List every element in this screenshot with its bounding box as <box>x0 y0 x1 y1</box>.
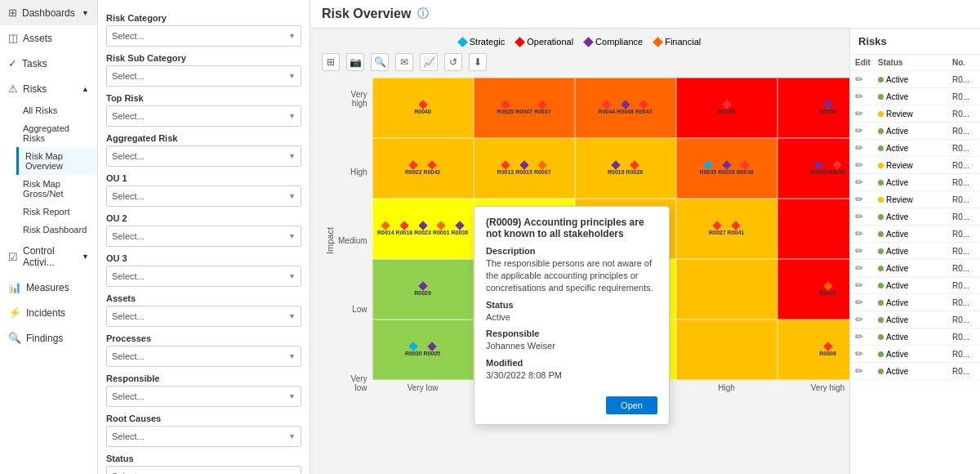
sidebar-item-risk-map-overview[interactable]: Risk Map Overview <box>16 147 97 175</box>
sidebar-item-dashboards[interactable]: ⊞ Dashboards ▼ <box>0 0 97 25</box>
risk-item[interactable]: R0005 <box>424 343 441 356</box>
risk-item[interactable]: R0008 <box>819 343 836 356</box>
toolbar-chart-btn[interactable]: 📈 <box>420 53 438 71</box>
toolbar-screenshot-btn[interactable]: 📷 <box>346 53 364 71</box>
edit-icon[interactable]: ✏ <box>855 279 875 291</box>
matrix-cell-r1-c2[interactable]: R0019R0028 <box>575 138 676 199</box>
toolbar-expand-btn[interactable]: ⊞ <box>322 53 340 71</box>
filter-select-root-causes[interactable]: Select...▼ <box>106 426 301 447</box>
sidebar-item-assets[interactable]: ◫ Assets <box>0 25 97 51</box>
risk-item[interactable]: R0049 <box>718 101 735 114</box>
sidebar-item-findings[interactable]: 🔍 Findings <box>0 325 97 351</box>
edit-icon[interactable]: ✏ <box>855 348 875 360</box>
matrix-cell-r1-c3[interactable]: R0035R0016R0038 <box>676 138 777 199</box>
edit-icon[interactable]: ✏ <box>855 262 875 274</box>
matrix-cell-r1-c0[interactable]: R0022R0042 <box>372 138 474 199</box>
filter-select-responsible[interactable]: Select...▼ <box>106 386 301 407</box>
risk-item[interactable]: R0037 <box>534 101 551 114</box>
edit-icon[interactable]: ✏ <box>855 125 875 136</box>
risk-item[interactable]: R0003 <box>819 283 836 296</box>
risk-item[interactable]: R0040 <box>414 101 431 114</box>
risk-row[interactable]: ✏ Review R0... <box>850 157 980 174</box>
risk-item[interactable]: R0029 <box>414 283 431 296</box>
risk-item[interactable]: R0013 <box>497 162 514 175</box>
matrix-cell-r0-c2[interactable]: R0044R0048R0043 <box>575 78 676 138</box>
toolbar-filter-btn[interactable]: ✉ <box>395 53 413 71</box>
sidebar-item-incidents[interactable]: ⚡ Incidents <box>0 300 97 325</box>
matrix-cell-r2-c0[interactable]: R0014R0018R0023R0001R0036 <box>372 199 474 259</box>
risk-row[interactable]: ✏ Active R0... <box>850 88 980 105</box>
matrix-cell-r1-c4[interactable]: R0045R0039 <box>777 138 849 199</box>
risk-item[interactable]: R0048 <box>617 101 634 114</box>
risk-item[interactable]: R0015 <box>515 162 532 175</box>
filter-select-status[interactable]: Select...▼ <box>106 466 301 474</box>
risk-item[interactable]: R0018 <box>396 222 413 235</box>
risk-row[interactable]: ✏ Active R0... <box>850 363 980 380</box>
risk-item[interactable]: R0025 <box>497 101 514 114</box>
edit-icon[interactable]: ✏ <box>855 142 875 154</box>
sidebar-item-risk-report[interactable]: Risk Report <box>16 203 97 221</box>
matrix-cell-r4-c0[interactable]: R0030R0005 <box>372 320 474 380</box>
sidebar-item-all-risks[interactable]: All Risks <box>16 101 97 119</box>
risk-row[interactable]: ✏ Active R0... <box>850 294 980 311</box>
risk-item[interactable]: R0035 <box>700 162 717 175</box>
filter-select-risk-category[interactable]: Select...▼ <box>106 25 301 47</box>
matrix-cell-r4-c3[interactable] <box>676 320 777 380</box>
sidebar-item-control-activities[interactable]: ☑ Control Activi... ▼ <box>0 239 97 275</box>
toolbar-download-btn[interactable]: ⬇ <box>469 53 487 71</box>
matrix-cell-r3-c0[interactable]: R0029 <box>372 259 474 320</box>
risk-row[interactable]: ✏ Review R0... <box>850 191 980 208</box>
filter-select-processes[interactable]: Select...▼ <box>106 346 301 367</box>
sidebar-item-tasks[interactable]: ✓ Tasks <box>0 51 97 76</box>
edit-icon[interactable]: ✏ <box>855 314 875 325</box>
edit-icon[interactable]: ✏ <box>855 91 875 102</box>
risk-row[interactable]: ✏ Active R0... <box>850 277 980 294</box>
matrix-cell-r4-c4[interactable]: R0008 <box>777 320 849 380</box>
risk-item[interactable]: R0050 <box>819 101 836 114</box>
risk-item[interactable]: R0016 <box>718 162 735 175</box>
risk-row[interactable]: ✏ Active R0... <box>850 71 980 88</box>
matrix-cell-r0-c1[interactable]: R0025R0047R0037 <box>474 78 575 138</box>
risk-item[interactable]: R0043 <box>635 101 653 114</box>
edit-icon[interactable]: ✏ <box>855 297 875 308</box>
filter-select-risk-sub-category[interactable]: Select...▼ <box>106 65 301 87</box>
edit-icon[interactable]: ✏ <box>855 194 875 205</box>
risk-item[interactable]: R0007 <box>534 162 551 175</box>
risk-row[interactable]: ✏ Review R0... <box>850 105 980 123</box>
sidebar-item-aggregated-risks[interactable]: Aggregated Risks <box>16 119 97 147</box>
edit-icon[interactable]: ✏ <box>855 159 875 171</box>
sidebar-item-measures[interactable]: 📊 Measures <box>0 275 97 300</box>
risk-item[interactable]: R0001 <box>433 222 450 235</box>
risk-row[interactable]: ✏ Active R0... <box>850 260 980 277</box>
risk-item[interactable]: R0045 <box>810 162 827 175</box>
matrix-cell-r1-c1[interactable]: R0013R0015R0007 <box>474 138 575 199</box>
risk-item[interactable]: R0039 <box>829 162 846 175</box>
matrix-cell-r0-c3[interactable]: R0049 <box>676 78 777 138</box>
risk-item[interactable]: R0028 <box>626 162 644 175</box>
edit-icon[interactable]: ✏ <box>855 108 875 119</box>
matrix-cell-r2-c3[interactable]: R0027R0041 <box>676 199 777 259</box>
risk-item[interactable]: R0023 <box>414 222 431 235</box>
risk-item[interactable]: R0044 <box>599 101 616 114</box>
filter-select-aggregated-risk[interactable]: Select...▼ <box>106 145 301 167</box>
toolbar-zoom-btn[interactable]: 🔍 <box>371 53 389 71</box>
edit-icon[interactable]: ✏ <box>855 331 875 342</box>
matrix-cell-r3-c3[interactable] <box>676 259 777 320</box>
matrix-cell-r0-c0[interactable]: R0040 <box>372 78 474 138</box>
risk-item[interactable]: R0041 <box>728 222 745 235</box>
risk-item[interactable]: R0036 <box>452 222 469 235</box>
risk-item[interactable]: R0042 <box>424 162 441 175</box>
risk-row[interactable]: ✏ Active R0... <box>850 346 980 363</box>
risk-row[interactable]: ✏ Active R0... <box>850 174 980 191</box>
sidebar-item-risks[interactable]: ⚠ Risks ▲ <box>0 76 97 101</box>
tooltip-open-button[interactable]: Open <box>606 396 657 414</box>
filter-select-ou-2[interactable]: Select...▼ <box>106 226 301 247</box>
risk-item[interactable]: R0027 <box>709 222 726 235</box>
filter-select-ou-3[interactable]: Select...▼ <box>106 266 301 287</box>
risk-row[interactable]: ✏ Active R0... <box>850 140 980 157</box>
risk-item[interactable]: R0014 <box>377 222 394 235</box>
edit-icon[interactable]: ✏ <box>855 245 875 257</box>
risk-item[interactable]: R0019 <box>608 162 625 175</box>
toolbar-undo-btn[interactable]: ↺ <box>444 53 462 71</box>
risk-row[interactable]: ✏ Active R0... <box>850 123 980 140</box>
